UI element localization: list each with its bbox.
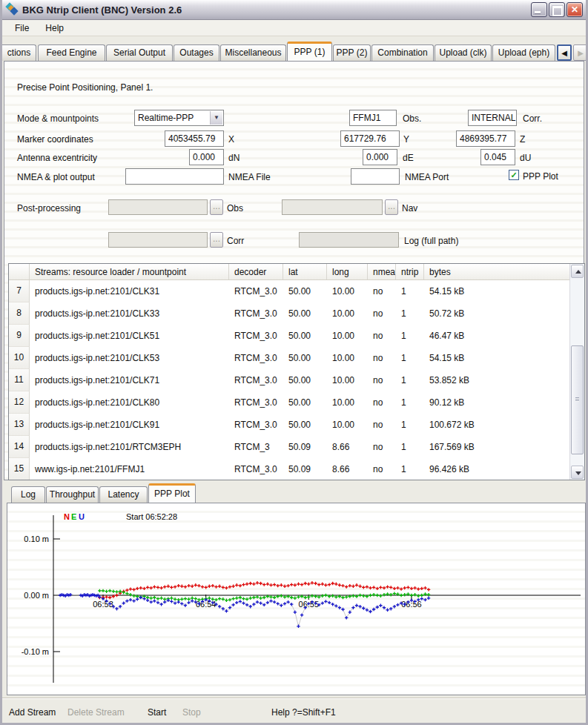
row-number-header[interactable]: 11 bbox=[9, 369, 30, 391]
tab-upload-clk[interactable]: Upload (clk) bbox=[435, 44, 492, 61]
table-row[interactable]: 11products.igs-ip.net:2101/CLK71RTCM_3.0… bbox=[9, 369, 569, 391]
row-number-header[interactable]: 9 bbox=[9, 325, 30, 347]
stream-cell: products.igs-ip.net:2101/CLK71 bbox=[30, 369, 229, 391]
minimize-button[interactable] bbox=[531, 2, 547, 17]
row-number-header[interactable]: 7 bbox=[9, 280, 30, 302]
mode-combobox[interactable]: Realtime-PPP ▼ bbox=[134, 110, 224, 126]
menu-item-help[interactable]: Help bbox=[39, 21, 70, 35]
post-nav-field bbox=[282, 199, 383, 215]
scroll-down-icon[interactable] bbox=[571, 466, 584, 479]
marker-y-field[interactable]: 617729.76 bbox=[340, 130, 400, 147]
ppp-plot-canvas: 0.10 m0.00 m-0.10 m06:5306:5406:5506:56N… bbox=[7, 503, 585, 695]
scrollbar-thumb[interactable] bbox=[571, 345, 584, 454]
svg-text:Start 06:52:28: Start 06:52:28 bbox=[126, 512, 177, 521]
table-row[interactable]: 12products.igs-ip.net:2101/CLK80RTCM_3.0… bbox=[9, 391, 569, 414]
tab-ppp-2[interactable]: PPP (2) bbox=[333, 44, 371, 61]
menu-bar: File Help bbox=[2, 20, 586, 36]
header-long[interactable]: long bbox=[327, 264, 368, 279]
maximize-button[interactable] bbox=[549, 2, 565, 17]
long-cell: 8.66 bbox=[327, 458, 368, 480]
header-ntrip[interactable]: ntrip bbox=[396, 264, 424, 279]
tab-serial-output[interactable]: Serial Output bbox=[106, 44, 173, 61]
marker-y-label: Y bbox=[403, 134, 409, 145]
table-row[interactable]: 14products.igs-ip.net:2101/RTCM3EPHRTCM_… bbox=[9, 436, 569, 458]
streams-scrollbar[interactable] bbox=[569, 264, 584, 480]
post-corr-browse-button[interactable]: ... bbox=[210, 232, 223, 248]
post-obs-browse-button[interactable]: ... bbox=[210, 199, 223, 215]
tab-combination[interactable]: Combination bbox=[371, 44, 434, 61]
tab-connections[interactable]: ctions bbox=[2, 44, 36, 61]
tab-ppp-1[interactable]: PPP (1) bbox=[287, 42, 332, 61]
chevron-down-icon[interactable]: ▼ bbox=[210, 111, 222, 125]
ntrip-cell: 1 bbox=[396, 302, 424, 325]
ntrip-cell: 1 bbox=[396, 325, 424, 347]
table-row[interactable]: 13products.igs-ip.net:2101/CLK91RTCM_3.0… bbox=[9, 414, 569, 436]
decoder-cell: RTCM_3 bbox=[229, 436, 283, 458]
add-stream-button[interactable]: Add Stream bbox=[9, 707, 56, 718]
ntrip-cell: 1 bbox=[396, 369, 424, 391]
row-number-header[interactable]: 10 bbox=[9, 347, 30, 369]
post-log-label: Log (full path) bbox=[404, 236, 458, 246]
post-nav-browse-button[interactable]: ... bbox=[385, 199, 398, 215]
corr-mountpoint-field[interactable]: INTERNAL bbox=[468, 110, 517, 126]
post-log-field bbox=[299, 232, 399, 248]
antenna-dn-field[interactable]: 0.000 bbox=[189, 149, 224, 165]
tab-ppp-plot[interactable]: PPP Plot bbox=[148, 483, 196, 503]
obs-label: Obs. bbox=[403, 113, 421, 124]
tab-scroll-left-icon[interactable]: ◀ bbox=[557, 44, 572, 61]
post-corr-label: Corr bbox=[227, 236, 244, 246]
stream-cell: www.igs-ip.net:2101/FFMJ1 bbox=[30, 458, 229, 480]
tab-outages[interactable]: Outages bbox=[174, 44, 219, 61]
decoder-cell: RTCM_3.0 bbox=[229, 414, 283, 436]
nmea-cell: no bbox=[368, 369, 396, 391]
row-number-header[interactable]: 8 bbox=[9, 302, 30, 325]
marker-z-field[interactable]: 4869395.77 bbox=[456, 130, 515, 147]
ppp-plot-checkbox[interactable]: ✓ bbox=[509, 170, 519, 180]
post-obs-label: Obs bbox=[227, 203, 243, 213]
header-bytes[interactable]: bytes bbox=[424, 264, 569, 279]
nmea-file-field[interactable] bbox=[125, 168, 224, 185]
marker-x-label: X bbox=[228, 134, 234, 145]
table-row[interactable]: 7products.igs-ip.net:2101/CLK31RTCM_3.05… bbox=[9, 280, 569, 302]
scroll-up-icon[interactable] bbox=[571, 265, 584, 278]
antenna-excentricity-label: Antenna excentricity bbox=[17, 153, 97, 163]
tab-miscellaneous[interactable]: Miscellaneous bbox=[220, 44, 286, 61]
row-number-header[interactable]: 14 bbox=[9, 436, 30, 458]
nmea-port-field[interactable] bbox=[351, 168, 400, 185]
tab-throughput[interactable]: Throughput bbox=[46, 486, 99, 503]
menu-item-file[interactable]: File bbox=[8, 21, 36, 35]
tab-latency[interactable]: Latency bbox=[99, 486, 148, 503]
header-decoder[interactable]: decoder bbox=[229, 264, 283, 279]
stream-cell: products.igs-ip.net:2101/CLK80 bbox=[30, 391, 229, 414]
table-row[interactable]: 15www.igs-ip.net:2101/FFMJ1RTCM_3.050.09… bbox=[9, 458, 569, 480]
row-number-header[interactable]: 15 bbox=[9, 458, 30, 480]
long-cell: 10.00 bbox=[327, 280, 368, 302]
app-icon bbox=[6, 4, 19, 16]
antenna-du-field[interactable]: 0.045 bbox=[480, 149, 515, 165]
row-number-header[interactable]: 13 bbox=[9, 414, 30, 436]
row-number-header[interactable]: 12 bbox=[9, 391, 30, 414]
table-row[interactable]: 8products.igs-ip.net:2101/CLK33RTCM_3.05… bbox=[9, 302, 569, 325]
tab-log[interactable]: Log bbox=[11, 486, 45, 503]
stop-button[interactable]: Stop bbox=[182, 707, 201, 718]
marker-coordinates-label: Marker coordinates bbox=[17, 134, 93, 145]
header-stream[interactable]: Streams: resource loader / mountpoint bbox=[30, 264, 229, 279]
ntrip-cell: 1 bbox=[396, 458, 424, 480]
start-button[interactable]: Start bbox=[148, 707, 166, 718]
table-row[interactable]: 10products.igs-ip.net:2101/CLK53RTCM_3.0… bbox=[9, 347, 569, 369]
svg-text:0.10 m: 0.10 m bbox=[24, 534, 49, 543]
antenna-de-field[interactable]: 0.000 bbox=[363, 149, 397, 165]
mode-mountpoints-label: Mode & mountpoints bbox=[17, 113, 99, 124]
svg-text:N: N bbox=[64, 512, 70, 521]
header-lat[interactable]: lat bbox=[283, 264, 327, 279]
delete-stream-button[interactable]: Delete Stream bbox=[67, 707, 125, 718]
close-button[interactable]: ✕ bbox=[566, 2, 583, 17]
obs-mountpoint-field[interactable]: FFMJ1 bbox=[349, 110, 397, 126]
header-nmea[interactable]: nmea bbox=[368, 264, 396, 279]
table-row[interactable]: 9products.igs-ip.net:2101/CLK51RTCM_3.05… bbox=[9, 325, 569, 347]
tab-upload-eph[interactable]: Upload (eph) bbox=[492, 44, 555, 61]
lat-cell: 50.09 bbox=[283, 458, 327, 480]
tab-feed-engine[interactable]: Feed Engine bbox=[38, 44, 105, 61]
marker-x-field[interactable]: 4053455.79 bbox=[165, 130, 224, 147]
lat-cell: 50.00 bbox=[283, 414, 327, 436]
